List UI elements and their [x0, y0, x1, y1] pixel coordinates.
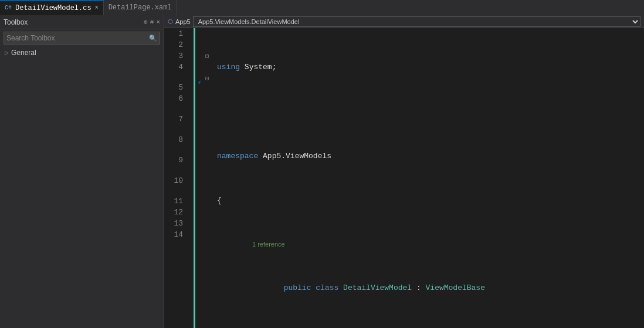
- editor-area: ⬡ App5 App5.ViewModels.DetailViewModel 1…: [164, 15, 644, 328]
- collapse-2: [205, 39, 215, 50]
- collapse-namespace-btn[interactable]: ⊟: [205, 53, 209, 60]
- ln-14: 14: [164, 229, 188, 240]
- hint-line-5: 1 reference: [215, 240, 644, 249]
- tab-label: DetailViewModel.cs: [15, 4, 91, 12]
- search-icon: 🔍: [149, 35, 157, 42]
- collapse-6: [205, 93, 215, 104]
- collapse-7: [205, 104, 215, 125]
- gutter-12: [194, 207, 205, 218]
- code-line-2: [215, 106, 644, 117]
- code-line-1: using System;: [215, 62, 644, 73]
- tab-close-button[interactable]: ×: [95, 5, 99, 11]
- tab-label-2: DetailPage.xaml: [109, 4, 172, 12]
- colon: :: [416, 283, 421, 292]
- collapse-12: [205, 207, 215, 218]
- gutter-13: [194, 218, 205, 229]
- collapse-1: [205, 28, 215, 39]
- kw-class: class: [316, 283, 338, 292]
- brace-open-ns: {: [217, 195, 222, 206]
- ln-12: 12: [164, 207, 188, 218]
- cs-nav-icon: ⬡: [168, 18, 173, 25]
- nav-project: ⬡ App5: [168, 18, 191, 25]
- ln-8: 8: [164, 125, 188, 145]
- main-area: Toolbox ⊕ # × 🔍 ▷ General ⬡ App5 App5.Vi…: [0, 15, 644, 328]
- toolbox-title: Toolbox: [4, 18, 28, 26]
- gutter-3: [194, 50, 205, 62]
- collapse-13: [205, 218, 215, 229]
- gutter-10: [194, 166, 205, 186]
- ns-name: App5.ViewModels: [263, 151, 331, 162]
- collapse-8: [205, 125, 215, 145]
- collapse-5: ⊟: [205, 73, 215, 93]
- gutter-7: [194, 104, 205, 125]
- gutter-5: ⚡: [194, 73, 205, 93]
- gutter-14: [194, 229, 205, 240]
- nav-class-dropdown[interactable]: App5.ViewModels.DetailViewModel: [193, 16, 640, 27]
- code-line-3: namespace App5.ViewModels: [215, 151, 644, 162]
- ln-1: 1: [164, 28, 188, 39]
- collapse-14: [205, 229, 215, 240]
- ln-9: 9: [164, 145, 188, 166]
- section-arrow-icon: ▷: [5, 50, 9, 56]
- toolbox-controls: ⊕ # ×: [144, 18, 160, 26]
- nav-project-label: App5: [175, 18, 191, 25]
- tab-bar: C# DetailViewModel.cs × DetailPage.xaml: [0, 0, 644, 15]
- search-input[interactable]: [6, 34, 149, 42]
- toolbox-panel: Toolbox ⊕ # × 🔍 ▷ General: [0, 15, 164, 328]
- toolbox-header: Toolbox ⊕ # ×: [0, 15, 164, 29]
- hint-5-text: 1 reference: [252, 239, 285, 250]
- refactor-icon[interactable]: ⚡: [197, 78, 201, 87]
- ln-11: 11: [164, 186, 188, 207]
- code-panel[interactable]: using System; namespace App5.ViewModels …: [215, 28, 644, 328]
- kw-using: using: [217, 62, 240, 73]
- gutter-1: [194, 28, 205, 39]
- collapse-column: ⊟ ⊟: [205, 28, 215, 328]
- kw-public-5: public: [284, 283, 311, 292]
- classname: DetailViewModel: [343, 283, 412, 292]
- section-label: General: [11, 49, 36, 57]
- ln-4: 4: [164, 62, 188, 73]
- gutter: ⚡: [194, 28, 205, 328]
- ln-7: 7: [164, 104, 188, 125]
- gutter-2: [194, 39, 205, 50]
- toolbox-search-box[interactable]: 🔍: [4, 32, 160, 45]
- kw-namespace: namespace: [217, 151, 258, 162]
- base-class: ViewModelBase: [426, 283, 485, 292]
- ln-13: 13: [164, 218, 188, 229]
- collapse-9: [205, 145, 215, 166]
- ln-3: 3: [164, 50, 188, 62]
- gutter-4: [194, 62, 205, 73]
- green-indicator: [194, 28, 195, 328]
- editor-content[interactable]: 1 2 3 4 5 6 7 8 9 10 11 12 13 14: [164, 28, 644, 328]
- toolbox-section-general[interactable]: ▷ General: [0, 47, 164, 59]
- gutter-9: [194, 145, 205, 166]
- collapse-10: [205, 166, 215, 186]
- toolbox-minimize-icon[interactable]: #: [150, 19, 154, 26]
- cs-file-icon: C#: [5, 5, 12, 11]
- collapse-3: ⊟: [205, 50, 215, 62]
- ln-6: 6: [164, 93, 188, 104]
- ln-2: 2: [164, 39, 188, 50]
- gutter-11: [194, 186, 205, 207]
- gutter-6: [194, 93, 205, 104]
- tab-detail-page-xaml[interactable]: DetailPage.xaml: [104, 0, 177, 15]
- editor-nav: ⬡ App5 App5.ViewModels.DetailViewModel: [164, 15, 644, 28]
- code-line-5: public class DetailViewModel : ViewModel…: [215, 282, 644, 293]
- collapse-4: [205, 62, 215, 73]
- collapse-class-btn[interactable]: ⊟: [205, 76, 209, 82]
- gutter-8: [194, 125, 205, 145]
- ln-10: 10: [164, 166, 188, 186]
- toolbox-close-icon[interactable]: ×: [156, 19, 160, 26]
- collapse-11: [205, 186, 215, 207]
- tab-detail-view-model[interactable]: C# DetailViewModel.cs ×: [0, 0, 104, 15]
- line-numbers: 1 2 3 4 5 6 7 8 9 10 11 12 13 14: [164, 28, 194, 328]
- toolbox-pin-icon[interactable]: ⊕: [144, 18, 148, 26]
- plain-system: System;: [245, 62, 277, 73]
- code-line-4: {: [215, 195, 644, 206]
- ln-5: 5: [164, 73, 188, 93]
